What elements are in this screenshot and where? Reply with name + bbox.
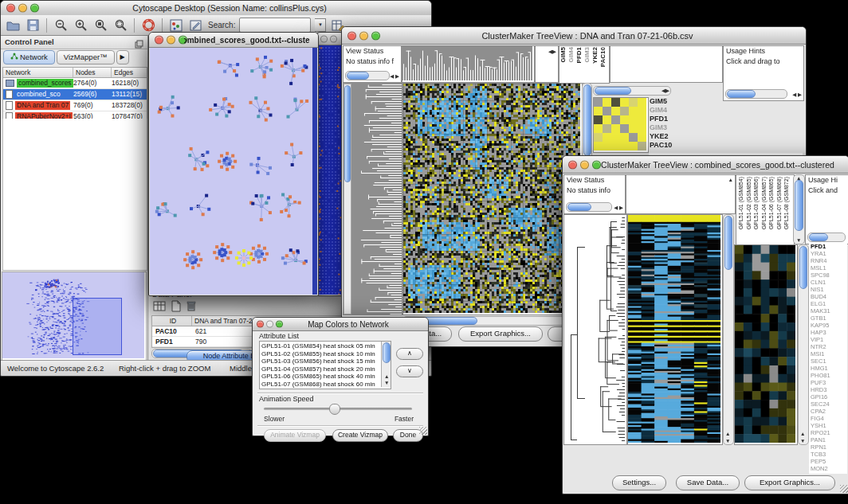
- network-list-row[interactable]: DNA and Tran 07769(0)183728(0): [3, 100, 147, 111]
- zoom-out-icon[interactable]: [53, 18, 69, 33]
- treeview2-window[interactable]: ClusterMaker TreeView : combined_scores_…: [562, 155, 848, 494]
- attribute-list-item[interactable]: GPL51-03 (GSM856) heat shock 15 min: [260, 357, 381, 365]
- scroll-up-icon[interactable]: ▲: [725, 431, 730, 437]
- attribute-select-icon[interactable]: [153, 300, 167, 315]
- tv1-global-heatmap-canvas[interactable]: [403, 84, 580, 313]
- scroll-arrows-icon[interactable]: ▲: [728, 177, 733, 183]
- scroll-down-icon[interactable]: ▼: [725, 438, 730, 444]
- gene-list-item[interactable]: BUD4: [809, 293, 847, 300]
- gene-list-item[interactable]: GTB1: [809, 315, 847, 322]
- network-table-header[interactable]: Network Nodes Edges: [3, 68, 147, 78]
- window-controls[interactable]: [6, 4, 39, 13]
- scroll-down-icon[interactable]: ▼: [796, 237, 801, 244]
- gene-list-item[interactable]: CPA2: [809, 408, 847, 415]
- gene-list-item[interactable]: PAN1: [809, 436, 847, 443]
- col-nodes[interactable]: Nodes: [73, 68, 112, 77]
- scroll-up-icon[interactable]: ▲: [800, 431, 805, 437]
- scroll-arrows-icon[interactable]: ◀ ▶: [390, 73, 399, 80]
- background-network-canvas[interactable]: [317, 45, 341, 295]
- attribute-list-vscrollbar[interactable]: ▲ ▼: [381, 342, 391, 387]
- gene-list-item[interactable]: YSH1: [809, 422, 847, 429]
- close-icon[interactable]: [155, 36, 163, 45]
- tv2-column-dendrogram[interactable]: ▲: [626, 174, 736, 214]
- gene-list-item[interactable]: MON2: [809, 465, 847, 472]
- close-icon[interactable]: [568, 160, 577, 169]
- scroll-arrows-icon[interactable]: ◀▶: [548, 49, 556, 55]
- tv2-zoom-vscrollbar[interactable]: ▲ ▼: [798, 244, 809, 445]
- network-view-titlebar[interactable]: combined_scores_good.txt--cluste...: [149, 33, 318, 48]
- search-dropdown-icon[interactable]: ▼: [315, 18, 326, 32]
- tv2-settings-button[interactable]: Settings...: [612, 475, 666, 490]
- scroll-up-icon[interactable]: ▲: [384, 373, 389, 380]
- animate-vizmap-button[interactable]: Animate Vizmap: [264, 429, 326, 442]
- gene-list-item[interactable]: MSL1: [809, 264, 847, 272]
- gene-list-item[interactable]: RPN1: [809, 443, 847, 451]
- tv1-row-dendrogram[interactable]: [343, 83, 402, 315]
- gene-list-item[interactable]: RPO21: [809, 429, 847, 436]
- attribute-list-item[interactable]: GPL51-01 (GSM854) heat shock 05 min: [260, 342, 381, 350]
- tv2-zoom-heatmap[interactable]: [734, 244, 798, 445]
- tv1-zoom-heatmap-canvas[interactable]: [594, 98, 646, 150]
- tv1-row-dendrogram-canvas[interactable]: [351, 84, 402, 315]
- zoom-fit-icon[interactable]: [112, 18, 128, 33]
- minimize-icon[interactable]: [18, 4, 27, 13]
- delete-attribute-trash-icon[interactable]: [186, 299, 197, 315]
- attribute-listbox[interactable]: GPL51-01 (GSM854) heat shock 05 minGPL51…: [259, 341, 391, 389]
- gene-list-item[interactable]: KAP95: [809, 322, 847, 329]
- dialog-titlebar[interactable]: Map Colors to Network: [253, 318, 428, 331]
- tv2-row-dendrogram[interactable]: [563, 214, 627, 445]
- zoom-selected-icon[interactable]: [92, 18, 108, 33]
- new-attribute-icon[interactable]: [171, 300, 182, 315]
- gene-list-item[interactable]: MAK31: [809, 307, 847, 315]
- open-session-button[interactable]: [5, 18, 21, 33]
- close-icon[interactable]: [320, 35, 328, 42]
- close-icon[interactable]: [347, 31, 356, 40]
- tv1-status-hscrollbar[interactable]: [345, 71, 390, 80]
- network-overview-panel[interactable]: [2, 272, 147, 361]
- gene-list-item[interactable]: PEP5: [809, 458, 847, 465]
- tv1-zoom-heatmap[interactable]: [593, 97, 649, 153]
- tab-overflow-arrow[interactable]: ▶: [116, 50, 129, 64]
- attribute-list-item[interactable]: GPL51-02 (GSM855) heat shock 10 min: [260, 350, 381, 358]
- zoom-in-icon[interactable]: [73, 18, 88, 33]
- minimize-icon[interactable]: [330, 35, 337, 42]
- network-name-cell[interactable]: combined_scores: [3, 78, 73, 88]
- tv1-column-dendrogram-canvas[interactable]: [402, 46, 532, 80]
- tv2-export-graphics-button[interactable]: Export Graphics...: [744, 475, 835, 490]
- gene-list-item[interactable]: NTR2: [809, 343, 847, 350]
- gene-list-item[interactable]: HMG1: [809, 365, 847, 372]
- save-session-button[interactable]: [25, 18, 41, 33]
- gene-list-item[interactable]: HAP3: [809, 329, 847, 336]
- minimize-icon[interactable]: [266, 321, 273, 328]
- tv1-dendro-vscrollbar[interactable]: [344, 84, 351, 315]
- gene-list-item[interactable]: CLN1: [809, 279, 847, 286]
- tv2-status-hscrollbar[interactable]: [566, 202, 612, 212]
- gene-list-item[interactable]: PUF3: [809, 379, 847, 386]
- gene-list-item[interactable]: HRD3: [809, 386, 847, 393]
- col-id[interactable]: ID: [152, 316, 192, 326]
- vizmapper-icon[interactable]: [168, 18, 184, 33]
- gene-list-item[interactable]: PHO81: [809, 372, 847, 379]
- scroll-arrows-icon[interactable]: ◀ ▶: [792, 92, 802, 98]
- network-view-window[interactable]: combined_scores_good.txt--cluste...: [148, 32, 319, 296]
- scroll-down-icon[interactable]: ▼: [800, 438, 805, 444]
- attribute-list-item[interactable]: GPL51-06 (GSM865) heat shock 40 min: [260, 373, 381, 381]
- annotation-icon[interactable]: [188, 18, 204, 33]
- map-colors-dialog[interactable]: Map Colors to Network Attribute List GPL…: [252, 317, 429, 436]
- scroll-arrows-icon[interactable]: ◀ ▶: [614, 205, 623, 211]
- move-attribute-down-button[interactable]: ∨: [396, 365, 423, 377]
- tv2-global-heatmap-canvas[interactable]: [628, 215, 720, 443]
- gene-list-item[interactable]: FIG4: [809, 415, 847, 422]
- resize-grip[interactable]: [840, 485, 848, 493]
- network-overview-canvas[interactable]: [2, 272, 144, 358]
- animation-speed-slider-thumb[interactable]: [329, 404, 340, 415]
- treeview1-titlebar[interactable]: ClusterMaker TreeView : DNA and Tran 07-…: [342, 27, 806, 45]
- tv2-global-heatmap[interactable]: [627, 214, 723, 445]
- gene-list-item[interactable]: NIS1: [809, 286, 847, 293]
- background-window-titlebar[interactable]: [317, 33, 343, 45]
- tv2-zoom-heatmap-canvas[interactable]: [735, 245, 795, 443]
- network-name-cell[interactable]: DNA and Tran 07: [3, 100, 73, 111]
- close-icon[interactable]: [6, 4, 15, 13]
- tv2-labels-vscrollbar[interactable]: ▲ ▼: [793, 174, 805, 244]
- attribute-list-item[interactable]: GPL51-04 (GSM857) heat shock 20 min: [260, 365, 381, 373]
